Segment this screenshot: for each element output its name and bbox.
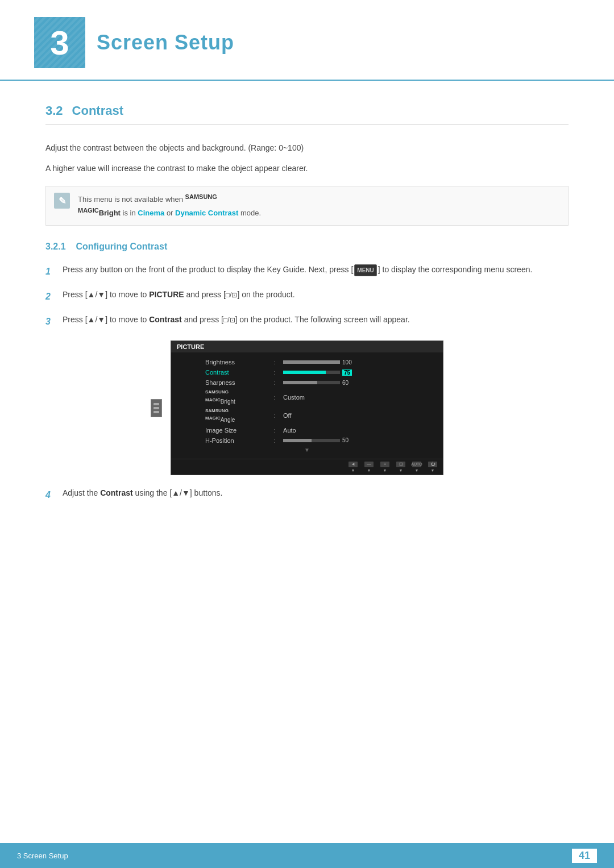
steps-list: 1 Press any button on the front of the p… (45, 263, 569, 330)
footer-text: 3 Screen Setup (17, 852, 68, 860)
menu-key: MENU (354, 264, 376, 276)
section-number: 3.2 (45, 103, 63, 118)
subsection-321-heading: 3.2.1 Configuring Contrast (45, 242, 569, 252)
note-box: ✎ This menu is not available when SAMSUN… (45, 186, 569, 226)
contrast-label: Contrast (149, 315, 182, 324)
step-4: 4 Adjust the Contrast using the [▲/▼] bu… (45, 487, 569, 502)
step-1: 1 Press any button on the front of the p… (45, 263, 569, 279)
step-1-text: Press any button on the front of the pro… (63, 263, 569, 277)
menu-label-magic-bright: SAMSUNGMAGICBright (205, 389, 268, 405)
picture-label: PICTURE (149, 290, 184, 299)
step-4-text: Adjust the Contrast using the [▲/▼] butt… (63, 487, 569, 500)
menu-row-image-size: Image Size : Auto (171, 425, 443, 435)
description-1: Adjust the contrast between the objects … (45, 142, 569, 155)
page-content: 3.2 Contrast Adjust the contrast between… (0, 103, 614, 502)
screen-controls: ◄ ▼ — ▼ + ▼ ⊡ ▼ AUTO ▼ ⏻ ▼ (171, 459, 443, 475)
subsection-title: Configuring Contrast (76, 242, 167, 251)
menu-label-magic-angle: SAMSUNGMAGICAngle (205, 408, 268, 423)
step-2-number: 2 (45, 289, 55, 304)
menu-row-brightness: Brightness : 100 (171, 357, 443, 367)
menu-row-magic-bright: SAMSUNGMAGICBright : Custom (171, 388, 443, 406)
screen-title: PICTURE (177, 343, 204, 350)
chapter-number: 3 (34, 17, 85, 68)
note-icon: ✎ (54, 193, 70, 209)
scroll-down-indicator: ▼ (171, 446, 443, 454)
ctrl-power: ⏻ ▼ (428, 462, 437, 472)
step-2: 2 Press [▲/▼] to move to PICTURE and pre… (45, 288, 569, 304)
chapter-header: 3 Screen Setup (0, 0, 614, 81)
svg-text:✎: ✎ (59, 196, 66, 206)
menu-row-sharpness: Sharpness : 60 (171, 377, 443, 388)
menu-row-magic-angle: SAMSUNGMAGICAngle : Off (171, 406, 443, 425)
step-1-number: 1 (45, 264, 55, 279)
page-footer: 3 Screen Setup 41 (0, 843, 614, 868)
menu-label-image-size: Image Size (205, 427, 268, 434)
menu-label-sharpness: Sharpness (205, 379, 268, 386)
step-3-number: 3 (45, 314, 55, 329)
menu-label-h-position: H-Position (205, 437, 268, 444)
note-text: This menu is not available when SAMSUNGM… (78, 192, 261, 219)
section-32-heading: 3.2 Contrast (45, 103, 569, 124)
subsection-number: 3.2.1 (45, 242, 66, 251)
step-3-text: Press [▲/▼] to move to Contrast and pres… (63, 313, 569, 327)
menu-row-contrast: Contrast : 75 (171, 367, 443, 377)
step-3: 3 Press [▲/▼] to move to Contrast and pr… (45, 313, 569, 329)
step-2-text: Press [▲/▼] to move to PICTURE and press… (63, 288, 569, 302)
ctrl-minus: — ▼ (364, 462, 374, 472)
footer-page-number: 41 (572, 849, 597, 863)
ctrl-plus: + ▼ (380, 462, 389, 472)
menu-row-h-position: H-Position : 50 (171, 435, 443, 446)
screen-title-bar: PICTURE (171, 341, 443, 352)
step-4-number: 4 (45, 487, 55, 502)
contrast-bold: Contrast (100, 488, 133, 497)
ctrl-auto: AUTO ▼ (412, 462, 421, 472)
description-2: A higher value will increase the contras… (45, 162, 569, 176)
menu-label-contrast: Contrast (205, 369, 268, 376)
menu-label-brightness: Brightness (205, 359, 268, 366)
section-title: Contrast (72, 103, 123, 118)
ctrl-back: ◄ ▼ (349, 462, 358, 472)
ctrl-enter: ⊡ ▼ (396, 462, 405, 472)
chapter-title: Screen Setup (97, 31, 234, 55)
screen-menu: Brightness : 100 Contrast : 75 (171, 352, 443, 458)
side-controller-icon (151, 399, 162, 417)
step-4-list: 4 Adjust the Contrast using the [▲/▼] bu… (45, 487, 569, 502)
screen-mockup: PICTURE Brightness : 100 Contrast : (171, 340, 443, 475)
